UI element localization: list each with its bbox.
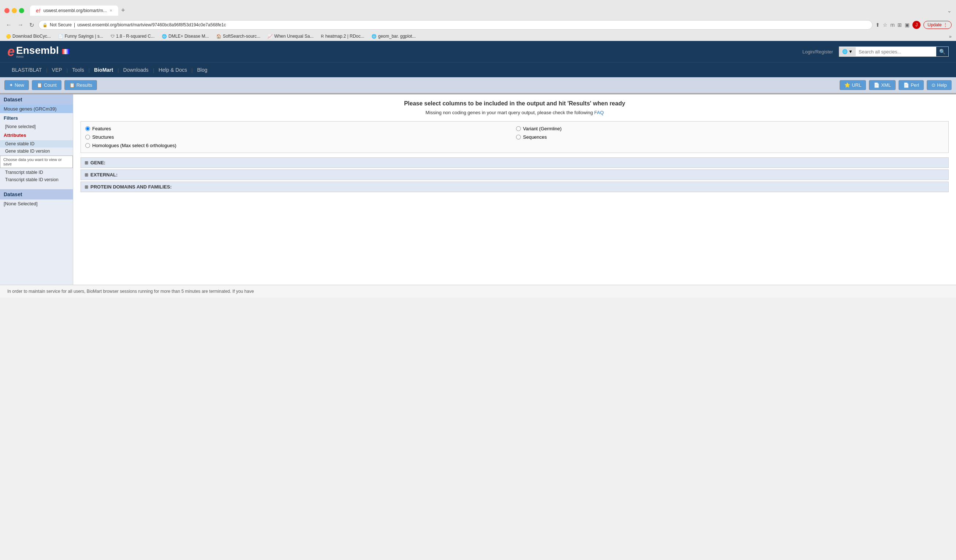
bookmark-0[interactable]: 🟡 Download BioCyc...	[5, 33, 52, 39]
logo-e-letter: e	[7, 44, 15, 59]
nav-refresh-button[interactable]: ↻	[28, 21, 36, 29]
radio-variant-label[interactable]: Variant (Germline)	[523, 126, 561, 131]
radio-variant-input[interactable]	[516, 126, 521, 131]
search-species-button[interactable]: 🌐 ▼	[839, 47, 856, 56]
address-input-field[interactable]: 🔒 Not Secure | uswest.ensembl.org/biomar…	[38, 20, 873, 30]
protein-domains-section-label: PROTEIN DOMAINS AND FAMILIES:	[90, 184, 171, 190]
xml-icon: 📄	[874, 82, 879, 88]
bottom-bar-text: In order to maintain service for all use…	[7, 289, 254, 294]
bookmark-icon-4: 🏠	[216, 34, 222, 39]
radio-sequences[interactable]: Sequences	[516, 134, 944, 140]
bookmark-5[interactable]: 📈 When Unequal Sa...	[266, 33, 315, 39]
profile-button[interactable]: J	[912, 21, 920, 29]
sidebar-transcript-stable-id[interactable]: Transcript stable ID	[0, 169, 73, 176]
radio-homologues-input[interactable]	[85, 143, 90, 148]
sidebar-dataset-header[interactable]: Dataset	[0, 94, 73, 105]
tab-title: uswest.ensembl.org/biomart/m...	[43, 8, 107, 13]
bookmark-icon[interactable]: ☆	[883, 22, 888, 28]
not-secure-label: Not Secure	[50, 22, 72, 27]
radio-sequences-label[interactable]: Sequences	[523, 134, 547, 140]
sidebar-gene-stable-id-version[interactable]: Gene stable ID version	[0, 148, 73, 155]
page-title: Please select columns to be included in …	[80, 100, 949, 107]
bookmarks-bar: 🟡 Download BioCyc... 📄 Funny Sayings | s…	[0, 32, 956, 41]
share-icon[interactable]: ⬆	[876, 22, 880, 28]
search-submit-button[interactable]: 🔍	[936, 47, 948, 57]
search-submit-icon: 🔍	[939, 49, 945, 55]
sidebar-transcript-stable-id-version[interactable]: Transcript stable ID version	[0, 176, 73, 183]
extensions-icon[interactable]: ⊞	[898, 22, 902, 28]
search-input[interactable]	[856, 47, 936, 57]
new-tab-button[interactable]: +	[118, 5, 128, 16]
radio-structures[interactable]: Structures	[85, 134, 513, 140]
nav-downloads[interactable]: Downloads	[119, 66, 153, 74]
nav-biomart[interactable]: BioMart	[90, 66, 118, 74]
m-extension-icon[interactable]: m	[890, 22, 895, 28]
count-label: Count	[44, 82, 57, 88]
login-register-link[interactable]: Login/Register	[802, 49, 833, 55]
protein-domains-section-header[interactable]: ⊞ PROTEIN DOMAINS AND FAMILIES:	[81, 182, 948, 192]
bookmark-icon-2: 🛡	[110, 34, 115, 38]
attribute-type-selector: Features Variant (Germline) Structures S…	[80, 121, 949, 153]
results-button[interactable]: 📋 Results	[64, 80, 97, 90]
radio-variant[interactable]: Variant (Germline)	[516, 126, 944, 131]
radio-structures-label[interactable]: Structures	[92, 134, 114, 140]
nav-blast-blat[interactable]: BLAST/BLAT	[7, 66, 46, 74]
bookmark-icon-0: 🟡	[6, 34, 11, 39]
external-expand-icon: ⊞	[85, 172, 88, 178]
radio-grid: Features Variant (Germline) Structures S…	[85, 126, 944, 148]
bookmark-icon-5: 📈	[267, 34, 273, 39]
sidebar-dataset-value[interactable]: Mouse genes (GRCm39)	[0, 105, 73, 113]
nav-tools[interactable]: Tools	[68, 66, 88, 74]
nav-blog[interactable]: Blog	[192, 66, 212, 74]
gene-section-header[interactable]: ⊞ GENE:	[81, 158, 948, 168]
update-button[interactable]: Update ⋮	[923, 21, 951, 29]
radio-features-label[interactable]: Features	[92, 126, 111, 131]
radio-features[interactable]: Features	[85, 126, 513, 131]
logo-area[interactable]: e Ensembl West	[7, 44, 69, 59]
count-button[interactable]: 📋 Count	[32, 80, 61, 90]
traffic-light-red[interactable]	[5, 8, 9, 13]
url-button[interactable]: ⭐ URL	[840, 80, 866, 90]
flag-icon	[62, 49, 69, 54]
active-tab[interactable]: e! uswest.ensembl.org/biomart/m... ×	[30, 5, 118, 16]
gene-section-label: GENE:	[90, 160, 105, 165]
radio-sequences-input[interactable]	[516, 135, 521, 140]
radio-features-input[interactable]	[85, 126, 90, 131]
radio-structures-input[interactable]	[85, 135, 90, 140]
window-icon[interactable]: ▣	[905, 22, 909, 28]
sidebar-attributes-header[interactable]: Attributes	[0, 130, 73, 140]
nav-help-docs[interactable]: Help & Docs	[154, 66, 192, 74]
radio-homologues[interactable]: Homologues (Max select 6 orthologues)	[85, 143, 513, 148]
bookmark-1[interactable]: 📄 Funny Sayings | s...	[57, 33, 105, 39]
traffic-lights	[5, 8, 24, 13]
external-section-header[interactable]: ⊞ EXTERNAL:	[81, 170, 948, 180]
bookmark-6[interactable]: R heatmap.2 | RDoc...	[319, 33, 366, 39]
faq-link[interactable]: FAQ	[594, 110, 604, 115]
sidebar-filters-header[interactable]: Filters	[0, 113, 73, 123]
warning-text: Missing non coding genes in your mart qu…	[80, 110, 949, 115]
traffic-light-green[interactable]	[19, 8, 24, 13]
nav-forward-button[interactable]: →	[16, 21, 25, 29]
help-button[interactable]: ⊙ Help	[927, 80, 951, 90]
new-button[interactable]: ✦ New	[5, 80, 29, 90]
url-icon: ⭐	[844, 82, 850, 88]
nav-back-button[interactable]: ←	[5, 21, 13, 29]
traffic-light-yellow[interactable]	[12, 8, 17, 13]
help-icon: ⊙	[931, 82, 936, 88]
bookmarks-more[interactable]: »	[949, 34, 951, 39]
tab-close-button[interactable]: ×	[110, 8, 112, 13]
bookmark-3[interactable]: 🌐 DMLE+ Disease M...	[160, 33, 210, 39]
results-icon: 📋	[69, 82, 75, 88]
external-section-label: EXTERNAL:	[90, 172, 118, 178]
xml-button[interactable]: 📄 XML	[869, 80, 896, 90]
bookmark-4[interactable]: 🏠 SoftSearch-sourc...	[215, 33, 262, 39]
sidebar-dataset2-value[interactable]: [None Selected]	[0, 200, 73, 208]
perl-button[interactable]: 📄 Perl	[899, 80, 924, 90]
nav-vep[interactable]: VEP	[47, 66, 67, 74]
bookmark-icon-7: 🌐	[371, 34, 377, 39]
sidebar-dataset2-header[interactable]: Dataset	[0, 189, 73, 200]
bookmark-2[interactable]: 🛡 1.8 - R-squared C...	[109, 33, 156, 39]
sidebar-gene-stable-id[interactable]: Gene stable ID	[0, 140, 73, 148]
bookmark-7[interactable]: 🌐 geom_bar. ggplot...	[370, 33, 417, 39]
radio-homologues-label[interactable]: Homologues (Max select 6 orthologues)	[92, 143, 176, 148]
